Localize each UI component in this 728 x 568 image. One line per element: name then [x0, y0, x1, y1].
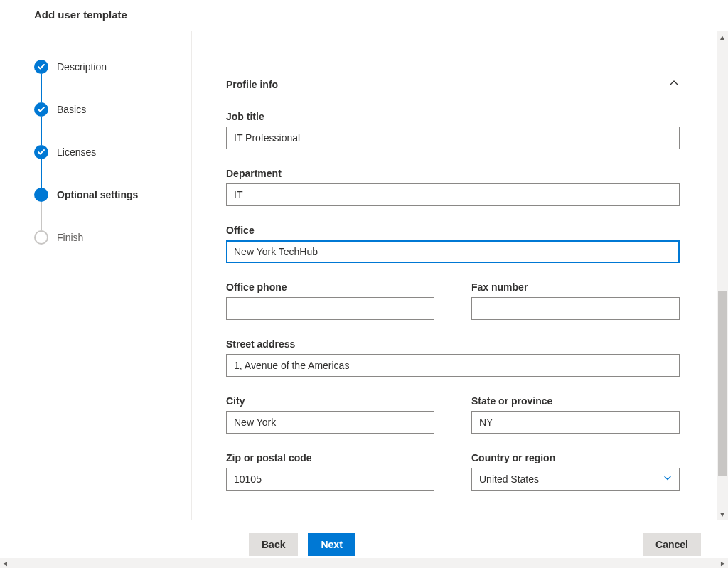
- step-label: Licenses: [57, 146, 96, 158]
- fax-number-label: Fax number: [471, 282, 680, 293]
- checkmark-icon: [34, 145, 48, 159]
- step-label: Description: [57, 61, 107, 73]
- cancel-button[interactable]: Cancel: [643, 533, 701, 556]
- department-input[interactable]: [226, 183, 680, 206]
- checkmark-icon: [34, 60, 48, 74]
- office-phone-input[interactable]: [226, 297, 434, 320]
- office-input[interactable]: [226, 240, 680, 263]
- city-label: City: [226, 395, 434, 407]
- scroll-right-icon[interactable]: ►: [718, 558, 728, 568]
- zip-label: Zip or postal code: [226, 452, 434, 463]
- job-title-input[interactable]: [226, 127, 680, 149]
- fax-number-input[interactable]: [471, 297, 680, 320]
- checkmark-icon: [34, 102, 48, 117]
- step-optional-settings[interactable]: Optional settings: [34, 188, 191, 202]
- step-basics[interactable]: Basics: [34, 102, 191, 117]
- step-label: Optional settings: [57, 189, 138, 200]
- next-button[interactable]: Next: [308, 533, 355, 556]
- scroll-left-icon[interactable]: ◄: [0, 558, 10, 568]
- country-label: Country or region: [471, 452, 680, 463]
- wizard-sidebar: Description Basics Licenses: [0, 31, 192, 520]
- job-title-label: Job title: [226, 111, 680, 122]
- country-select[interactable]: [471, 468, 680, 491]
- page-title-text: Add user template: [34, 9, 127, 21]
- chevron-up-icon: [668, 77, 680, 91]
- state-input[interactable]: [471, 411, 680, 434]
- street-address-input[interactable]: [226, 354, 680, 377]
- current-step-icon: [34, 188, 48, 202]
- pending-step-icon: [34, 230, 48, 245]
- page-title: Add user template: [0, 0, 728, 31]
- scroll-up-icon[interactable]: ▲: [717, 31, 728, 43]
- street-address-label: Street address: [226, 338, 680, 350]
- section-title: Profile info: [226, 79, 278, 90]
- office-label: Office: [226, 225, 680, 236]
- step-finish[interactable]: Finish: [34, 230, 191, 245]
- city-input[interactable]: [226, 411, 434, 434]
- scroll-down-icon[interactable]: ▼: [717, 508, 728, 520]
- back-button[interactable]: Back: [249, 533, 298, 556]
- section-profile-info[interactable]: Profile info: [226, 77, 680, 91]
- section-divider: [226, 60, 680, 60]
- step-label: Basics: [57, 104, 86, 115]
- step-description[interactable]: Description: [34, 60, 191, 74]
- scrollbar-thumb[interactable]: [718, 291, 727, 476]
- zip-input[interactable]: [226, 468, 434, 491]
- vertical-scrollbar[interactable]: ▲ ▼: [717, 31, 728, 520]
- department-label: Department: [226, 168, 680, 179]
- horizontal-scrollbar[interactable]: ◄ ►: [0, 558, 728, 568]
- office-phone-label: Office phone: [226, 282, 434, 293]
- state-label: State or province: [471, 395, 680, 407]
- step-licenses[interactable]: Licenses: [34, 145, 191, 159]
- step-label: Finish: [57, 232, 83, 243]
